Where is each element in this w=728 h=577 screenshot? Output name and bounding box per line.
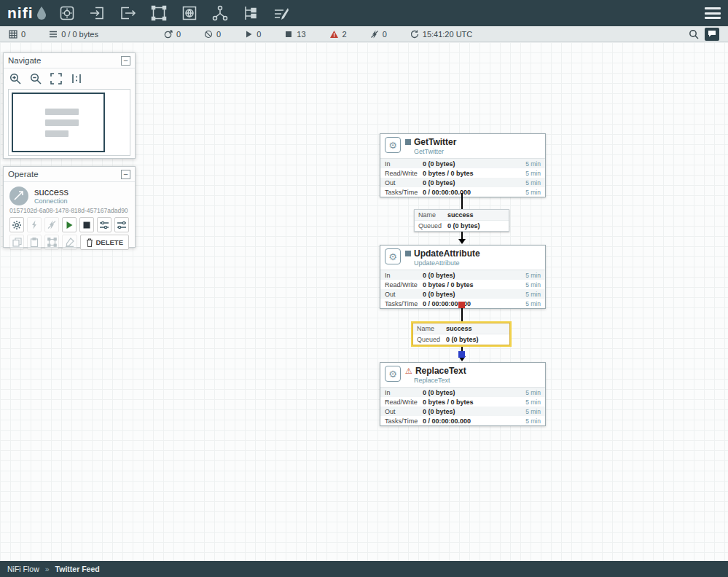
delete-button-label: DELETE	[96, 238, 123, 246]
menu-bar	[705, 17, 721, 19]
global-menu-button[interactable]	[705, 6, 721, 20]
processor-replacetext[interactable]: ⚙ ⚠ ReplaceText ReplaceText In 0 (0 byte…	[380, 362, 546, 426]
stopped-status: 13	[284, 30, 305, 39]
operate-buttons-row-1	[4, 216, 135, 234]
connection-label-success-1[interactable]: Name success Queued 0 (0 bytes)	[414, 209, 509, 232]
invalid-icon	[329, 30, 339, 39]
template-toolbar-icon[interactable]	[241, 4, 260, 23]
flow-canvas[interactable]: Navigate −	[0, 42, 728, 561]
navigate-collapse-button[interactable]: −	[121, 56, 130, 66]
start-play-icon	[65, 221, 74, 229]
processor-updateattribute[interactable]: ⚙ UpdateAttribute UpdateAttribute In 0 (…	[380, 245, 546, 309]
stat-row-out: Out 0 (0 bytes) 5 min	[380, 178, 545, 187]
funnel-toolbar-icon[interactable]	[211, 4, 230, 23]
nifi-logo-text: nifi	[7, 4, 34, 22]
connection-queued-value: 0 (0 bytes)	[446, 336, 479, 343]
not-transmitting-icon	[204, 30, 213, 39]
stop-square-icon	[82, 221, 91, 229]
stat-label: Read/Write	[385, 170, 423, 177]
start-button[interactable]	[62, 217, 77, 232]
connection-queued-row: Queued 0 (0 bytes)	[413, 334, 509, 345]
minimap-component	[45, 109, 79, 115]
processor-header: ⚙ ⚠ ReplaceText ReplaceText	[380, 363, 545, 385]
connection-name-value: success	[447, 211, 474, 219]
selection-name: success	[34, 187, 69, 197]
upload-template-button[interactable]	[114, 217, 129, 232]
stat-label: Tasks/Time	[385, 300, 423, 307]
delete-button[interactable]: DELETE	[80, 235, 129, 250]
stat-row-out: Out 0 (0 bytes) 5 min	[380, 289, 545, 299]
selection-type: Connection	[34, 197, 69, 205]
stat-value: 0 (0 bytes)	[423, 291, 525, 298]
breadcrumb-root[interactable]: NiFi Flow	[7, 565, 39, 573]
connection-arrowhead	[458, 239, 466, 244]
search-icon[interactable]	[689, 29, 699, 39]
stat-row-in: In 0 (0 bytes) 5 min	[380, 388, 545, 397]
status-bar-right	[689, 28, 719, 41]
label-toolbar-icon[interactable]	[272, 4, 291, 23]
output-port-toolbar-icon[interactable]	[119, 4, 138, 23]
connection-label-success-2-selected[interactable]: Name success Queued 0 (0 bytes)	[412, 323, 510, 345]
stat-value: 0 / 00:00:00.000	[423, 417, 525, 425]
stat-value: 0 bytes / 0 bytes	[423, 281, 525, 288]
processor-titles: ⚠ ReplaceText ReplaceText	[405, 366, 466, 384]
processor-header: ⚙ GetTwitter GetTwitter	[380, 134, 545, 157]
processor-type: UpdateAttribute	[414, 259, 480, 267]
transmitting-status: 0	[164, 30, 181, 39]
nifi-logo: nifi	[0, 4, 58, 22]
nifi-app: nifi	[0, 0, 728, 577]
copy-button[interactable]	[9, 235, 24, 250]
top-toolbar: nifi	[0, 0, 728, 26]
zoom-out-button[interactable]	[30, 73, 42, 85]
paste-button[interactable]	[27, 235, 42, 250]
processor-name: UpdateAttribute	[414, 248, 480, 259]
connection-queued-key: Queued	[417, 336, 442, 343]
refresh-status[interactable]: 15:41:20 UTC	[410, 30, 472, 39]
stat-window: 5 min	[525, 389, 541, 396]
stop-button[interactable]	[79, 217, 94, 232]
stat-label: Out	[385, 408, 423, 415]
stat-row-tasks: Tasks/Time 0 / 00:00:00.000 5 min	[380, 187, 545, 197]
configuration-button[interactable]	[9, 217, 24, 232]
chat-bubble-icon	[708, 30, 716, 38]
operate-title: Operate	[8, 170, 39, 178]
connection-queued-value: 0 (0 bytes)	[447, 222, 480, 229]
breadcrumb-current[interactable]: Twitter Feed	[55, 565, 100, 573]
zoom-fit-button[interactable]	[50, 73, 62, 85]
stopped-count: 13	[297, 30, 305, 39]
process-group-toolbar-icon[interactable]	[149, 4, 168, 23]
input-port-toolbar-icon[interactable]	[88, 4, 107, 23]
trash-icon	[86, 238, 93, 247]
disable-button[interactable]	[44, 217, 59, 232]
disabled-icon	[370, 30, 379, 39]
stat-value: 0 (0 bytes)	[423, 179, 525, 187]
group-button[interactable]	[44, 235, 59, 250]
processor-gettwitter[interactable]: ⚙ GetTwitter GetTwitter In 0 (0 bytes) 5…	[380, 133, 546, 197]
not-transmitting-count: 0	[216, 30, 221, 39]
connection-destination-handle[interactable]	[458, 351, 465, 358]
stat-window: 5 min	[525, 408, 541, 415]
operate-selection-text: success Connection	[34, 187, 69, 205]
processor-name: GetTwitter	[414, 137, 456, 147]
minimap-component	[45, 119, 79, 126]
stat-window: 5 min	[525, 170, 541, 177]
enable-button[interactable]	[27, 217, 42, 232]
stat-window: 5 min	[525, 272, 541, 279]
stat-value: 0 (0 bytes)	[423, 389, 525, 396]
stat-row-tasks: Tasks/Time 0 / 00:00:00.000 5 min	[380, 416, 545, 425]
create-template-button[interactable]	[97, 217, 111, 232]
fill-color-button[interactable]	[62, 235, 77, 250]
remote-process-group-toolbar-icon[interactable]	[180, 4, 199, 23]
bulletin-chat-button[interactable]	[705, 28, 719, 41]
zoom-actual-size-button[interactable]	[71, 73, 82, 85]
flow-status-bar: 0 0 / 0 bytes 0 0 0 13 2 0	[0, 26, 728, 42]
birdseye-minimap[interactable]	[8, 89, 130, 156]
running-status: 0	[244, 30, 261, 39]
disabled-count: 0	[383, 30, 387, 39]
operate-collapse-button[interactable]: −	[121, 170, 130, 179]
connection-source-handle[interactable]	[458, 302, 465, 308]
zoom-in-button[interactable]	[9, 73, 21, 85]
operate-palette: Operate − success Connection 0157102d-6a…	[3, 166, 136, 248]
processor-toolbar-icon[interactable]	[58, 4, 77, 23]
stat-window: 5 min	[525, 417, 541, 425]
